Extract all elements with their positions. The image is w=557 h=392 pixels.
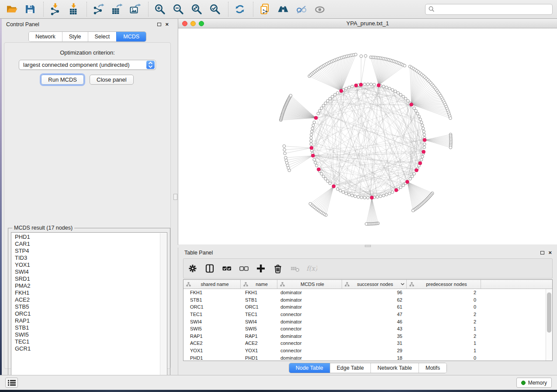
column-type-icon [345, 282, 349, 287]
result-node-item[interactable]: PMA2 [11, 282, 159, 289]
vertical-splitter-handle[interactable] [173, 194, 177, 200]
table-row[interactable]: ORC1ORC1dominator610 [183, 303, 546, 311]
column-header-MCDS-role[interactable]: MCDS role [277, 280, 342, 289]
horizontal-splitter-handle[interactable] [365, 245, 371, 247]
network-window-titlebar[interactable]: YPA_prune.txt_1 [178, 19, 557, 28]
search-box[interactable] [425, 4, 553, 15]
vertical-splitter[interactable] [173, 19, 178, 375]
network-graph[interactable] [178, 28, 557, 244]
dominator-node [370, 196, 374, 199]
tab-mcds[interactable]: MCDS [116, 32, 146, 41]
result-node-item[interactable]: PHD1 [11, 234, 159, 241]
result-node-item[interactable]: STB1 [11, 324, 159, 331]
result-node-item[interactable]: RAP1 [11, 317, 159, 324]
table-row[interactable]: FKH1FKH1dominator962 [183, 289, 546, 296]
result-node-item[interactable]: SWI4 [11, 268, 159, 275]
open-session-icon[interactable] [5, 3, 18, 16]
close-window-icon[interactable] [182, 21, 187, 26]
close-table-panel-icon[interactable]: × [548, 251, 552, 255]
document-share-icon[interactable] [258, 3, 271, 16]
column-header-successor-nodes[interactable]: successor nodes [342, 280, 407, 289]
binoculars-icon[interactable] [277, 3, 290, 16]
table-row[interactable]: SWI5SWI5connector431 [183, 325, 546, 333]
result-node-item[interactable]: TEC1 [11, 338, 159, 345]
tab-select[interactable]: Select [88, 32, 117, 41]
settings-gear-icon[interactable] [187, 263, 198, 274]
float-table-panel-icon[interactable] [540, 251, 544, 254]
result-node-item[interactable]: STB5 [11, 303, 159, 310]
select-all-icon[interactable] [221, 263, 232, 274]
refresh-icon[interactable] [233, 3, 246, 16]
dominator-node [332, 185, 336, 188]
delete-entry-icon[interactable] [272, 263, 284, 274]
table-scrollbar[interactable] [546, 289, 552, 361]
export-table-icon[interactable] [110, 3, 123, 16]
control-panel-header: Control Panel × [2, 19, 173, 30]
mcds-result-list[interactable]: PHD1CAR1STP4TID3YOX1SWI4SRD1PMA2FKH1ACE2… [11, 232, 167, 386]
table-row[interactable]: ACE2ACE2connector311 [183, 340, 546, 347]
task-history-button[interactable] [5, 378, 18, 388]
table-row[interactable]: STB1STB1dominator620 [183, 296, 546, 304]
zoom-fit-icon[interactable] [190, 3, 203, 16]
result-node-item[interactable]: STP4 [11, 248, 159, 254]
result-node-item[interactable]: SWI5 [11, 331, 159, 338]
result-node-item[interactable]: SRD1 [11, 275, 159, 282]
table-scrollbar-thumb[interactable] [547, 292, 551, 333]
network-canvas[interactable] [178, 28, 557, 244]
column-header-predecessor-nodes[interactable]: predecessor nodes [407, 280, 481, 289]
zoom-selected-icon[interactable] [208, 3, 221, 16]
table-tab-network-table[interactable]: Network Table [370, 363, 419, 373]
add-entry-icon[interactable] [255, 263, 266, 274]
search-input[interactable] [435, 6, 552, 13]
table-toolbar: f(x) [183, 258, 553, 279]
save-session-icon[interactable] [24, 3, 37, 16]
export-network-icon[interactable] [92, 3, 105, 16]
zoom-out-icon[interactable] [172, 3, 185, 16]
eye-icon[interactable] [313, 3, 326, 16]
deselect-all-icon[interactable] [238, 263, 249, 274]
table-panel: Table Panel × f(x) shared namenameMCDS r… [178, 248, 557, 375]
cell-shared-name: SWI4 [183, 319, 241, 324]
cell-name: YOX1 [241, 348, 277, 353]
criterion-select[interactable]: largest connected component (undirected) [19, 60, 156, 70]
table-row[interactable]: YOX1YOX1connector291 [183, 347, 546, 354]
cell-name: RAP1 [241, 334, 277, 339]
result-node-item[interactable]: YOX1 [11, 261, 159, 268]
column-header-name[interactable]: name [241, 280, 277, 289]
table-row[interactable]: RAP1RAP1dominator352 [183, 333, 546, 340]
tab-network[interactable]: Network [29, 32, 62, 41]
table-columns-icon[interactable] [204, 263, 215, 274]
export-image-icon[interactable] [128, 3, 142, 16]
float-panel-icon[interactable] [157, 23, 161, 26]
tab-style[interactable]: Style [62, 32, 88, 41]
run-mcds-button[interactable]: Run MCDS [41, 75, 84, 85]
memory-button[interactable]: Memory [516, 378, 552, 388]
close-panel-icon[interactable]: × [165, 22, 169, 27]
table-tab-edge-table[interactable]: Edge Table [330, 363, 370, 373]
import-table-icon[interactable] [67, 3, 80, 16]
cell-shared-name: TEC1 [183, 312, 241, 317]
cell-successor-nodes: 18 [342, 355, 407, 361]
result-node-item[interactable]: GCR1 [11, 345, 159, 352]
result-node-item[interactable]: ORC1 [11, 310, 159, 317]
table-body: FKH1FKH1dominator962STB1STB1dominator620… [183, 289, 546, 361]
minimize-window-icon[interactable] [190, 21, 196, 26]
column-header-shared-name[interactable]: shared name [183, 280, 241, 289]
cell-name: ACE2 [241, 340, 277, 346]
close-panel-button[interactable]: Close panel [90, 75, 134, 85]
result-node-item[interactable]: CAR1 [11, 241, 159, 248]
maximize-window-icon[interactable] [199, 21, 204, 26]
table-tab-motifs[interactable]: Motifs [419, 363, 446, 373]
hide-glasses-icon[interactable] [295, 3, 308, 16]
table-row[interactable]: TEC1TEC1connector472 [183, 311, 546, 318]
mcds-list-scrollbar[interactable] [160, 233, 166, 385]
import-network-icon[interactable] [48, 3, 62, 16]
table-row[interactable]: SWI4SWI4dominator462 [183, 318, 546, 325]
result-node-item[interactable]: FKH1 [11, 289, 159, 296]
result-node-item[interactable]: TID3 [11, 254, 159, 261]
result-node-item[interactable]: ACE2 [11, 296, 159, 303]
zoom-in-icon[interactable] [153, 3, 166, 16]
table-row[interactable]: PHD1PHD1dominator180 [183, 354, 546, 361]
sort-chevron-icon[interactable] [401, 283, 405, 285]
table-tab-node-table[interactable]: Node Table [289, 363, 330, 373]
